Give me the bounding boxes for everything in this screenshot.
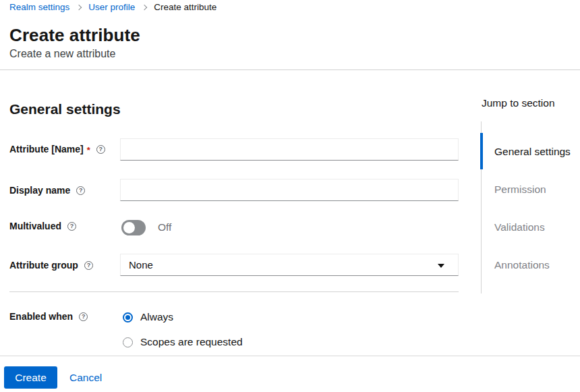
chevron-right-icon xyxy=(142,5,147,10)
form-divider xyxy=(9,291,459,292)
attribute-group-select[interactable]: None xyxy=(120,254,459,276)
display-name-label: Display name ? xyxy=(9,185,85,196)
attribute-group-label-text: Attribute group xyxy=(9,260,78,271)
jump-link-permission[interactable]: Permission xyxy=(480,171,571,208)
footer-divider xyxy=(0,356,580,356)
section-heading-general-settings: General settings xyxy=(9,101,121,117)
radio-unselected-icon xyxy=(123,337,133,347)
breadcrumb-realm-settings[interactable]: Realm settings xyxy=(9,1,69,13)
jump-to-section-nav: General settings Permission Validations … xyxy=(480,121,580,293)
page-subtitle: Create a new attribute xyxy=(9,48,115,60)
radio-option-scopes-requested[interactable]: Scopes are requested xyxy=(123,336,243,348)
radio-always-label: Always xyxy=(140,311,173,323)
attribute-name-label-text: Attribute [Name] xyxy=(9,144,84,155)
display-name-input[interactable] xyxy=(120,179,459,201)
multivalued-toggle[interactable] xyxy=(121,220,146,235)
attribute-name-input[interactable] xyxy=(120,138,459,161)
help-icon[interactable]: ? xyxy=(67,222,76,231)
enabled-when-label-text: Enabled when xyxy=(9,311,73,322)
caret-down-icon xyxy=(438,264,444,268)
jump-to-section-title: Jump to section xyxy=(482,97,555,109)
attribute-name-label: Attribute [Name] * ? xyxy=(9,144,105,155)
multivalued-label-text: Multivalued xyxy=(9,221,61,231)
multivalued-label: Multivalued ? xyxy=(9,221,76,231)
create-button[interactable]: Create xyxy=(4,366,57,389)
multivalued-toggle-state: Off xyxy=(158,221,171,233)
jump-link-general-settings[interactable]: General settings xyxy=(480,133,571,171)
help-icon[interactable]: ? xyxy=(76,186,85,195)
display-name-label-text: Display name xyxy=(9,185,70,196)
breadcrumb-current: Create attribute xyxy=(154,1,216,13)
chevron-right-icon xyxy=(76,5,82,10)
radio-selected-icon xyxy=(123,312,133,323)
breadcrumb: Realm settings User profile Create attri… xyxy=(9,1,216,13)
required-indicator: * xyxy=(87,145,90,155)
jump-link-validations[interactable]: Validations xyxy=(480,208,571,246)
cancel-button[interactable]: Cancel xyxy=(69,366,102,389)
header-divider xyxy=(0,69,580,70)
page-title: Create attribute xyxy=(9,25,140,46)
help-icon[interactable]: ? xyxy=(96,145,105,154)
enabled-when-label: Enabled when ? xyxy=(9,311,88,322)
attribute-group-selected-value: None xyxy=(129,259,153,271)
radio-scopes-label: Scopes are requested xyxy=(140,336,243,348)
help-icon[interactable]: ? xyxy=(79,312,88,321)
toggle-knob xyxy=(123,222,135,233)
create-attribute-page: Realm settings User profile Create attri… xyxy=(0,0,580,392)
attribute-group-label: Attribute group ? xyxy=(9,260,93,271)
breadcrumb-user-profile[interactable]: User profile xyxy=(88,1,135,13)
jump-link-annotations[interactable]: Annotations xyxy=(480,246,571,284)
radio-option-always[interactable]: Always xyxy=(123,311,173,323)
help-icon[interactable]: ? xyxy=(84,261,93,270)
